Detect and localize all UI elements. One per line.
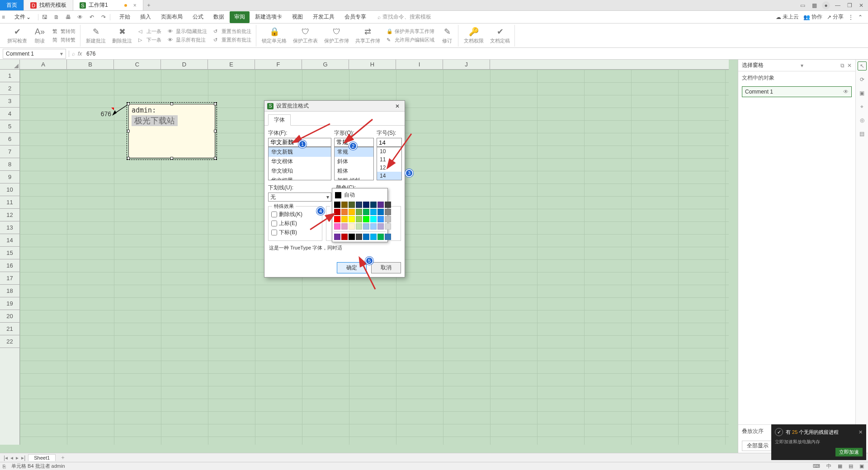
row-header[interactable]: 13 [0, 221, 19, 234]
status-ime-icon[interactable]: ⌨ [811, 463, 821, 469]
selection-item[interactable]: Comment 1 👁 [742, 86, 852, 97]
row-header[interactable]: 8 [0, 158, 19, 171]
resize-handle-sw[interactable] [127, 157, 130, 160]
comment-text[interactable]: 极光下载站 [132, 115, 178, 126]
color-swatch[interactable] [377, 216, 384, 222]
color-swatch[interactable] [356, 202, 362, 208]
menu-tab-formula[interactable]: 公式 [188, 11, 208, 23]
color-swatch[interactable] [370, 223, 377, 230]
row-header[interactable]: 20 [0, 310, 19, 323]
color-swatch[interactable] [370, 216, 377, 222]
row-header[interactable]: 11 [0, 196, 19, 209]
comment-box[interactable]: admin: 极光下载站 [128, 104, 215, 158]
color-swatch[interactable] [341, 209, 348, 215]
sheet-tab[interactable]: Sheet1 [28, 454, 56, 461]
row-header[interactable]: 3 [0, 95, 19, 108]
column-header[interactable]: H [349, 60, 396, 69]
color-swatch[interactable] [334, 202, 340, 208]
color-swatch[interactable] [363, 223, 369, 230]
resize-handle-nw[interactable] [127, 103, 130, 105]
color-swatch[interactable] [349, 202, 355, 208]
status-menu-icon[interactable]: ⎘ [3, 464, 6, 469]
color-swatch[interactable] [377, 234, 384, 240]
menu-tab-dev[interactable]: 开发工具 [308, 11, 339, 23]
row-header[interactable]: 12 [0, 209, 19, 221]
show-hide-comment-button[interactable]: 👁显示/隐藏批注 [166, 28, 209, 35]
color-swatch[interactable] [356, 209, 362, 215]
color-swatch[interactable] [385, 234, 391, 240]
color-swatch[interactable] [385, 223, 391, 230]
column-header[interactable]: J [443, 60, 490, 69]
style-option-3[interactable]: 加粗 倾斜 [335, 176, 373, 180]
formula-input[interactable]: 676 [85, 51, 868, 57]
color-swatch[interactable] [349, 216, 355, 222]
share-button[interactable]: ↗分享 [827, 13, 844, 21]
fx-icon[interactable]: fx [78, 51, 82, 57]
doc-finalize-button[interactable]: ✔文档定稿 [488, 27, 512, 44]
row-header[interactable]: 16 [0, 259, 19, 272]
color-swatch[interactable] [385, 209, 391, 215]
row-header[interactable]: 6 [0, 133, 19, 146]
color-swatch[interactable] [377, 202, 384, 208]
dialog-close-icon[interactable]: ✕ [393, 103, 402, 109]
protect-share-button[interactable]: 🔒保护并共享工作簿 [385, 28, 436, 35]
row-header[interactable]: 17 [0, 272, 19, 285]
column-header[interactable]: E [208, 60, 255, 69]
simp-to-trad-button[interactable]: 繁繁转简 [51, 28, 77, 35]
qat-preview-icon[interactable]: 👁 [76, 14, 84, 20]
status-mode-icon[interactable]: 中 [825, 463, 833, 470]
column-header[interactable]: C [114, 60, 161, 69]
rail-icon-1[interactable]: ⟳ [858, 75, 867, 84]
column-header[interactable]: D [161, 60, 208, 69]
tab-close-icon[interactable]: × [133, 2, 137, 9]
row-header[interactable]: 7 [0, 146, 19, 158]
sheet-prev-icon[interactable]: ◂ [9, 455, 14, 461]
resize-handle-ne[interactable] [214, 103, 217, 105]
color-swatch[interactable] [385, 202, 391, 208]
color-swatch[interactable] [341, 223, 348, 230]
color-swatch[interactable] [385, 216, 391, 222]
size-option-1[interactable]: 11 [377, 155, 401, 164]
strike-checkbox[interactable]: 删除线(K) [271, 211, 319, 218]
layout-icon[interactable]: ▭ [798, 1, 807, 9]
menu-tab-review[interactable]: 审阅 [230, 11, 250, 23]
name-box[interactable]: Comment 1 ▾ [3, 49, 66, 59]
style-option-2[interactable]: 粗体 [335, 166, 373, 176]
color-swatch[interactable] [370, 234, 377, 240]
row-header[interactable]: 9 [0, 171, 19, 183]
menu-tab-insert[interactable]: 插入 [136, 11, 156, 23]
show-all-button[interactable]: 全部显示 [742, 441, 774, 451]
show-all-comments-button[interactable]: 👁显示所有批注 [166, 36, 209, 44]
pane-dropdown-icon[interactable]: ▾ [801, 62, 803, 69]
color-swatch[interactable] [363, 234, 369, 240]
menu-collapse-icon[interactable]: ⌃ [858, 14, 863, 20]
row-header[interactable]: 1 [0, 70, 19, 82]
font-option-2[interactable]: 华文琥珀 [269, 166, 331, 176]
ok-button[interactable]: 确定 [337, 262, 367, 273]
qat-undo-icon[interactable]: ↶ [88, 14, 95, 20]
size-option-3[interactable]: 14 [377, 172, 401, 180]
row-header[interactable]: 5 [0, 120, 19, 133]
cell-b4[interactable]: 676 [67, 108, 114, 120]
font-listbox[interactable]: 华文新魏 华文楷体 华文琥珀 华文细黑 [268, 147, 331, 180]
column-header[interactable]: B [67, 60, 114, 69]
rail-icon-5[interactable]: ▤ [858, 129, 867, 138]
tab-add-button[interactable]: ＋ [143, 0, 154, 10]
qat-save-icon[interactable]: 🖫 [41, 14, 48, 20]
tab-home[interactable]: 首页 [0, 0, 24, 10]
rail-icon-3[interactable]: ⌖ [858, 102, 867, 111]
dialog-tab-font[interactable]: 字体 [268, 114, 291, 126]
rail-icon-4[interactable]: ◎ [858, 116, 867, 125]
color-swatch[interactable] [370, 209, 377, 215]
select-tool-icon[interactable]: ↖ [858, 61, 867, 70]
sheet-next-icon[interactable]: ▸ [15, 455, 19, 461]
menu-tab-view[interactable]: 视图 [288, 11, 307, 23]
reset-current-button[interactable]: ↺重置当前批注 [212, 28, 253, 35]
row-header[interactable]: 14 [0, 234, 19, 247]
window-minimize-icon[interactable]: — [834, 1, 842, 9]
color-swatch[interactable] [370, 202, 377, 208]
name-box-dropdown-icon[interactable]: ▾ [60, 51, 63, 57]
menu-tab-custom[interactable]: 新建选项卡 [250, 11, 287, 23]
sheet-first-icon[interactable]: |◂ [3, 455, 9, 461]
column-header[interactable]: I [396, 60, 443, 69]
